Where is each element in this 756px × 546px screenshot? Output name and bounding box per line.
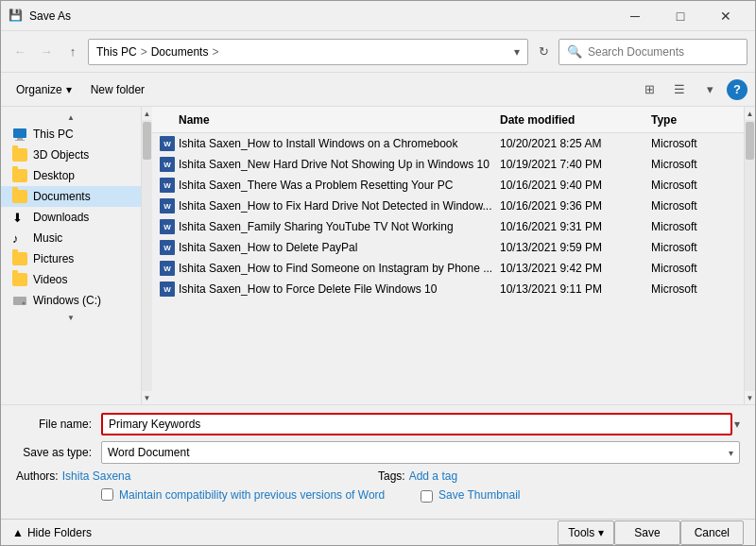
sidebar-item-windows-c[interactable]: Windows (C:)	[1, 290, 141, 311]
save-as-dialog: 💾 Save As ─ □ ✕ ← → ↑ This PC > Document…	[0, 0, 756, 546]
table-row[interactable]: W Ishita Saxen_How to Delete PayPal 10/1…	[152, 237, 744, 258]
table-row[interactable]: W Ishita Saxen_How to Install Windows on…	[152, 133, 744, 154]
file-name: Ishita Saxen_How to Force Delete File Wi…	[179, 282, 500, 296]
file-list-scroll-down[interactable]: ▼	[745, 391, 755, 404]
file-list: W Ishita Saxen_How to Install Windows on…	[152, 133, 744, 404]
sidebar: ▲ This PC 3D Objects	[1, 107, 141, 404]
help-button[interactable]: ?	[727, 79, 747, 100]
sidebar-item-pictures[interactable]: Pictures	[1, 248, 141, 269]
back-button[interactable]: ←	[9, 41, 31, 63]
file-list-header: Name Date modified Type	[152, 107, 744, 133]
forward-button[interactable]: →	[35, 41, 58, 63]
file-date: 10/16/2021 9:36 PM	[500, 199, 651, 213]
tags-value[interactable]: Add a tag	[409, 469, 457, 483]
file-date: 10/20/2021 8:25 AM	[500, 137, 651, 150]
bottom-bar: ▲ Hide Folders Tools ▾ Save Cancel	[1, 519, 755, 545]
table-row[interactable]: W Ishita Saxen_New Hard Drive Not Showin…	[152, 154, 744, 175]
column-name[interactable]: Name	[179, 113, 500, 127]
refresh-button[interactable]: ↻	[532, 41, 555, 63]
file-list-scrollbar[interactable]: ▲ ▼	[744, 107, 755, 404]
documents-icon	[12, 189, 27, 204]
address-sep-2: >	[212, 45, 218, 59]
view-dropdown-button[interactable]: ▾	[696, 77, 723, 102]
table-row[interactable]: W Ishita Saxen_How to Fix Hard Drive Not…	[152, 196, 744, 216]
search-input[interactable]	[588, 45, 739, 59]
file-list-scroll-thumb[interactable]	[746, 122, 754, 160]
search-box[interactable]: 🔍	[558, 39, 747, 65]
sidebar-item-documents[interactable]: Documents	[1, 186, 141, 207]
table-row[interactable]: W Ishita Saxen_Family Sharing YouTube TV…	[152, 216, 744, 237]
address-bar: ← → ↑ This PC > Documents > ▾ ↻ 🔍	[1, 31, 755, 73]
tags-label: Tags:	[378, 469, 405, 483]
tools-dropdown-icon: ▾	[598, 526, 604, 539]
file-name: Ishita Saxen_New Hard Drive Not Showing …	[179, 158, 500, 171]
sidebar-scroll-thumb[interactable]	[143, 122, 151, 160]
file-list-scroll-track[interactable]	[745, 120, 755, 391]
file-type: Microsoft	[651, 137, 736, 150]
close-button[interactable]: ✕	[704, 1, 747, 31]
titlebar: 💾 Save As ─ □ ✕	[1, 1, 755, 31]
word-doc-icon: W	[160, 240, 175, 255]
dialog-icon: 💾	[9, 9, 24, 24]
pictures-icon	[12, 251, 27, 266]
file-list-area: Name Date modified Type W Ishita Saxen_H…	[152, 107, 744, 404]
new-folder-label: New folder	[91, 83, 145, 96]
sidebar-item-videos[interactable]: Videos	[1, 269, 141, 290]
downloads-icon: ⬇	[12, 210, 27, 225]
sidebar-item-this-pc[interactable]: This PC	[1, 124, 141, 145]
word-doc-icon: W	[160, 219, 175, 234]
file-list-scroll-up[interactable]: ▲	[745, 107, 755, 120]
save-as-type-select[interactable]: Word Document ▾	[101, 441, 740, 464]
file-name: Ishita Saxen_How to Find Someone on Inst…	[179, 262, 500, 275]
compatibility-checkbox-group: Maintain compatibility with previous ver…	[101, 488, 421, 503]
maximize-button[interactable]: □	[659, 1, 702, 31]
sidebar-scroll-down-arrow[interactable]: ▼	[142, 391, 152, 404]
file-type: Microsoft	[651, 179, 736, 192]
compatibility-label[interactable]: Maintain compatibility with previous ver…	[119, 488, 385, 503]
sidebar-label-windows-c: Windows (C:)	[33, 294, 101, 307]
table-row[interactable]: W Ishita Saxen_There Was a Problem Reset…	[152, 175, 744, 196]
toolbar-right: ⊞ ☰ ▾ ?	[636, 77, 747, 102]
compatibility-checkbox[interactable]	[101, 488, 113, 501]
thumbnail-checkbox[interactable]	[421, 490, 433, 503]
column-date[interactable]: Date modified	[500, 113, 651, 127]
sidebar-item-downloads[interactable]: ⬇ Downloads	[1, 207, 141, 228]
save-button[interactable]: Save	[614, 520, 679, 545]
file-type: Microsoft	[651, 241, 736, 254]
sidebar-scrollbar[interactable]: ▲ ▼	[141, 107, 152, 404]
tools-label: Tools	[568, 526, 594, 539]
sidebar-item-3d-objects[interactable]: 3D Objects	[1, 145, 141, 165]
address-box[interactable]: This PC > Documents > ▾	[88, 39, 528, 65]
authors-group: Authors: Ishita Saxena	[16, 469, 378, 483]
minimize-button[interactable]: ─	[613, 1, 657, 31]
view-options-button[interactable]: ⊞	[636, 77, 662, 102]
table-row[interactable]: W Ishita Saxen_How to Find Someone on In…	[152, 258, 744, 279]
sidebar-scroll-up-arrow[interactable]: ▲	[142, 107, 152, 120]
file-name-input[interactable]	[101, 413, 732, 435]
authors-value[interactable]: Ishita Saxena	[62, 469, 131, 483]
file-name-dropdown-icon[interactable]: ▾	[734, 418, 740, 431]
cancel-button[interactable]: Cancel	[680, 520, 744, 545]
new-folder-button[interactable]: New folder	[83, 77, 152, 102]
sidebar-label-desktop: Desktop	[33, 169, 75, 182]
up-button[interactable]: ↑	[61, 41, 84, 63]
sidebar-scroll-down[interactable]: ▼	[1, 311, 141, 324]
sidebar-label-this-pc: This PC	[33, 128, 74, 141]
sidebar-scroll-track[interactable]	[142, 120, 152, 391]
view-toggle-button[interactable]: ☰	[666, 77, 693, 102]
sidebar-scroll-up[interactable]: ▲	[1, 111, 141, 124]
table-row[interactable]: W Ishita Saxen_How to Force Delete File …	[152, 279, 744, 299]
tools-button[interactable]: Tools ▾	[558, 520, 614, 545]
file-date: 10/16/2021 9:40 PM	[500, 179, 651, 192]
sidebar-item-desktop[interactable]: Desktop	[1, 165, 141, 186]
organize-button[interactable]: Organize ▾	[9, 77, 79, 102]
thumbnail-label[interactable]: Save Thumbnail	[438, 488, 521, 503]
sidebar-label-videos: Videos	[33, 273, 67, 286]
hide-folders-button[interactable]: ▲ Hide Folders	[12, 526, 92, 539]
sidebar-label-downloads: Downloads	[33, 211, 89, 224]
address-dropdown-icon: ▾	[514, 45, 520, 59]
search-icon: 🔍	[567, 44, 582, 59]
file-name: Ishita Saxen_There Was a Problem Resetti…	[179, 179, 500, 192]
file-date: 10/16/2021 9:31 PM	[500, 220, 651, 233]
sidebar-item-music[interactable]: ♪ Music	[1, 228, 141, 248]
